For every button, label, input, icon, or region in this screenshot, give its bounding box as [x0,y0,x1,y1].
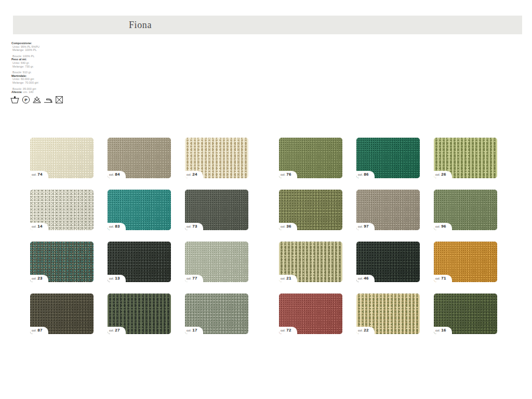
swatch-label-tab: col.26 [434,171,452,178]
swatch-label-prefix: col. [109,225,114,228]
spec-value: cm. 140 [23,90,34,94]
catalog-page: Fiona Composizione: Unito: 95% PL 5%PU M… [0,0,532,399]
spec-label: Composizione: [11,42,32,45]
swatch-label-tab: col.72 [279,327,297,334]
spec-line: Altezza:cm. 140 [11,90,39,94]
spec-value: Bouclé: 100% PL [12,55,34,58]
spec-label: Altezza: [11,90,22,94]
swatch-label-number: 27 [115,328,119,332]
swatch-label-number: 83 [115,224,119,229]
swatch-grid-right: col.76 col.86 col.26 col.36 col.97 col.9… [279,138,497,334]
spec-line: Bouclé: 910 gr. [11,71,39,74]
swatch-label-tab: col.23 [30,275,48,282]
fabric-swatch: col.13 [108,242,171,282]
swatch-label-number: 72 [286,328,291,332]
swatch-label-tab: col.83 [108,223,126,230]
page-title: Fiona [13,16,522,34]
swatch-label-tab: col.76 [279,171,297,178]
swatch-label-number: 46 [364,276,368,281]
swatch-label-prefix: col. [32,329,36,332]
spec-label: Peso al mt: [11,58,26,61]
swatch-label-number: 74 [37,172,42,177]
swatch-label-number: 21 [286,276,291,281]
swatch-label-tab: col.87 [30,327,48,334]
swatch-label-tab: col.27 [108,327,126,334]
fabric-swatch: col.87 [30,294,94,334]
do-not-bleach-icon [32,95,42,104]
swatch-label-tab: col.46 [356,275,375,282]
fabric-swatch: col.21 [279,242,342,282]
swatch-label-tab: col.13 [108,275,126,282]
fabric-swatch: col.17 [185,294,248,334]
spec-value: Bouclé: 910 gr. [12,71,32,74]
swatch-label-tab: col.97 [356,223,375,230]
swatch-label-tab: col.14 [30,223,48,230]
swatch-label-number: 24 [192,172,197,177]
header-band: Fiona [13,16,522,34]
swatch-label-tab: col.84 [108,171,126,178]
swatch-label-number: 84 [115,172,119,177]
dry-clean-p-icon: P [21,95,31,104]
fabric-swatch: col.36 [279,190,342,230]
spec-line: Melange: 100% PL [11,48,39,52]
fabric-swatch: col.83 [108,190,171,230]
swatch-label-number: 26 [441,172,446,177]
swatch-label-number: 73 [192,224,197,229]
spec-value: Melange: 70.000 giri [12,81,38,84]
fabric-swatch: col.14 [30,190,94,230]
fabric-specs: Composizione: Unito: 95% PL 5%PU Melange… [11,42,39,94]
swatch-label-number: 13 [115,276,119,281]
spec-line: Unito: 640 gr. [11,61,39,65]
spec-line: Unito: 95% PL 5%PU [11,45,39,49]
spec-value: Unito: 95% PL 5%PU [12,45,39,48]
do-not-tumble-dry-icon [55,95,64,104]
fabric-swatch: col.77 [185,242,248,282]
swatch-label-number: 22 [364,328,368,332]
swatch-label-prefix: col. [435,329,440,332]
fabric-swatch: col.96 [434,190,497,230]
swatch-label-tab: col.74 [30,171,48,178]
swatch-label-prefix: col. [187,173,191,176]
swatch-label-prefix: col. [358,225,363,228]
swatch-label-tab: col.21 [279,275,297,282]
swatch-label-number: 14 [37,224,42,229]
spec-line: Bouclé: 35.000 giri [11,87,39,91]
spec-line: Melange: 730 gr. [11,65,39,69]
swatch-label-number: 76 [286,172,291,177]
swatch-label-prefix: col. [187,329,191,332]
swatch-label-number: 36 [286,224,291,229]
swatch-label-prefix: col. [358,277,363,280]
swatch-label-tab: col.17 [185,327,203,334]
swatch-label-number: 71 [441,276,446,281]
fabric-swatch: col.72 [279,294,342,334]
swatch-label-tab: col.36 [279,223,297,230]
spec-line: Unito: 60.000 giri [11,77,39,81]
spec-value: Melange: 100% PL [12,48,36,51]
swatch-label-prefix: col. [109,329,114,332]
spec-line: Composizione: [11,42,39,45]
swatch-label-prefix: col. [32,173,36,176]
fabric-swatch: col.16 [434,294,497,334]
hand-wash-icon [10,95,20,104]
swatch-label-tab: col.16 [434,327,452,334]
swatch-label-prefix: col. [281,173,285,176]
swatch-label-prefix: col. [32,225,36,228]
fabric-swatch: col.86 [356,138,420,178]
care-symbols-row: P [10,95,64,104]
spec-value: Bouclé: 35.000 giri [12,87,36,90]
fabric-swatch: col.76 [279,138,342,178]
swatch-label-prefix: col. [358,173,363,176]
swatch-label-prefix: col. [281,225,285,228]
spec-value: Unito: 60.000 giri [12,77,34,81]
svg-text:P: P [24,98,28,102]
swatch-grid-left: col.74 col.84 col.24 col.14 col.83 col.7… [30,138,248,334]
fabric-swatch: col.23 [30,242,94,282]
swatch-label-prefix: col. [109,173,114,176]
swatch-label-prefix: col. [187,225,191,228]
swatch-label-number: 97 [364,224,368,229]
swatch-label-prefix: col. [281,277,285,280]
spec-line: Bouclé: 100% PL [11,55,39,58]
spec-line: Melange: 70.000 giri [11,81,39,85]
fabric-swatch: col.84 [108,138,171,178]
swatch-label-prefix: col. [435,173,440,176]
